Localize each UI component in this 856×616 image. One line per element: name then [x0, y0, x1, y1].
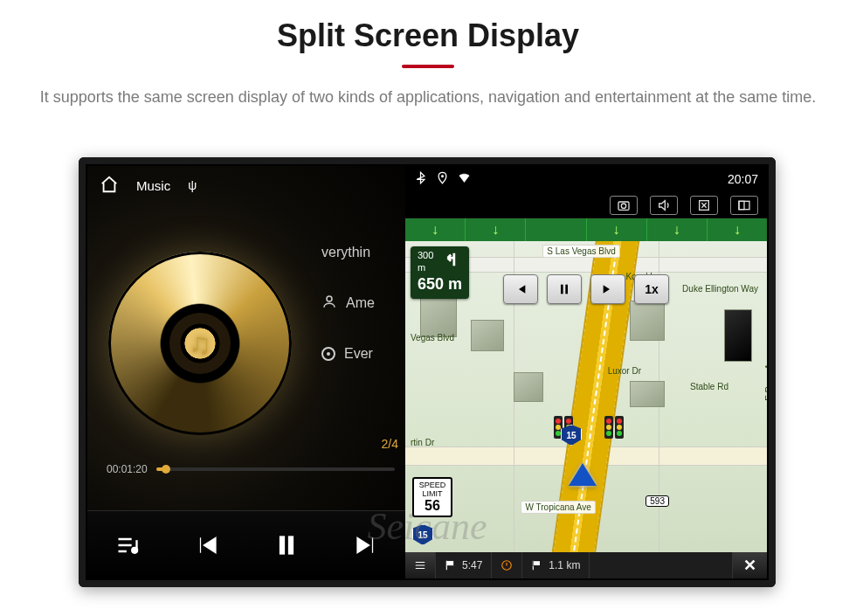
next-track-button[interactable] [344, 523, 388, 567]
music-note-icon: ♫ [189, 327, 211, 361]
disc-icon [321, 347, 335, 361]
simulation-controls: 1x [503, 274, 669, 304]
track-album-row: Ever [321, 346, 375, 362]
svg-rect-2 [280, 536, 284, 554]
wifi-icon [458, 171, 471, 187]
album-art[interactable]: ♫ [108, 252, 292, 435]
nav-eta: 5:47 [462, 559, 482, 571]
progress-knob[interactable] [162, 465, 170, 474]
split-screen-button[interactable] [730, 196, 758, 215]
street-label: S Las Vegas Blvd [542, 245, 619, 258]
track-title: verythin [321, 245, 370, 260]
prev-track-button[interactable] [185, 523, 229, 567]
total-turn-distance: 650 m [418, 274, 462, 294]
turn-left-icon [443, 250, 462, 269]
map-building [724, 309, 752, 362]
traffic-light-icon [615, 416, 624, 439]
svg-rect-9 [739, 201, 744, 209]
street-label: Vegas Blvd [407, 332, 458, 343]
nav-eta-segment[interactable]: 5:47 [436, 552, 492, 578]
speed-limit-sign: SPEED LIMIT 56 [412, 477, 452, 517]
street-label: E Reno Ave [763, 351, 767, 405]
pause-button[interactable] [265, 523, 308, 567]
lane-arrow-icon: ↓ [613, 222, 620, 238]
street-label: rtin Dr [407, 437, 438, 448]
nav-alert-segment[interactable] [492, 552, 522, 578]
head-unit-frame: Music ψ ♫ verythin Ame [79, 157, 776, 587]
title-underline [402, 65, 454, 68]
system-action-bar [405, 192, 767, 218]
split-screen: Music ψ ♫ verythin Ame [87, 166, 767, 578]
map-building [514, 372, 543, 402]
time-elapsed: 00:01:20 [107, 463, 148, 475]
status-time: 20:07 [728, 172, 758, 186]
track-artist-row: Ame [321, 294, 375, 313]
street-label: W Tropicana Ave [521, 501, 595, 514]
page-subtitle: It supports the same screen display of t… [35, 86, 821, 109]
route-number-badge: 593 [645, 495, 669, 507]
map-building [630, 381, 665, 407]
svg-rect-11 [565, 285, 568, 294]
home-icon[interactable] [100, 175, 119, 197]
nav-remaining-distance: 1.1 km [549, 559, 580, 571]
volume-button[interactable] [650, 196, 678, 215]
map-building [471, 320, 504, 351]
nav-remaining-segment[interactable]: 1.1 km [522, 552, 590, 578]
track-counter: 2/4 [382, 437, 398, 451]
track-info-list: verythin Ame Ever [321, 245, 375, 362]
svg-point-6 [621, 204, 625, 208]
sim-prev-button[interactable] [503, 274, 538, 304]
lane-arrow-icon: ↓ [734, 222, 741, 238]
bluetooth-icon [414, 171, 427, 187]
svg-rect-10 [561, 285, 563, 294]
nav-bottom-bar: 5:47 1.1 km ✕ [405, 552, 767, 578]
speed-limit-label: SPEED LIMIT [419, 481, 446, 498]
navigation-app-panel: 20:07 ↓ ↓ ↓ ↓ ↓ 300 m 650 m [405, 166, 767, 578]
music-app-label: Music [136, 178, 170, 193]
svg-rect-12 [446, 561, 453, 566]
track-title-row: verythin [321, 245, 375, 260]
music-controls [87, 510, 405, 578]
street-label: Luxor Dr [604, 365, 645, 377]
street-label: Duke Ellington Way [679, 283, 762, 294]
track-album: Ever [344, 346, 373, 362]
sim-next-button[interactable] [590, 274, 625, 304]
lane-guidance-bar: ↓ ↓ ↓ ↓ ↓ [405, 218, 767, 241]
svg-point-4 [441, 175, 444, 177]
screenshot-button[interactable] [610, 196, 638, 215]
playlist-button[interactable] [106, 523, 149, 567]
track-artist: Ame [346, 295, 375, 311]
close-app-button[interactable] [690, 196, 718, 215]
sim-pause-button[interactable] [547, 274, 582, 304]
person-icon [321, 294, 337, 313]
sim-speed-button[interactable]: 1x [634, 274, 669, 304]
nav-close-button[interactable]: ✕ [732, 552, 767, 578]
speed-limit-value: 56 [414, 498, 451, 514]
android-status-bar: 20:07 [405, 166, 767, 192]
page-title: Split Screen Display [0, 17, 856, 54]
album-center: ♫ [169, 313, 231, 374]
lane-arrow-icon: ↓ [492, 222, 499, 238]
svg-point-0 [327, 296, 332, 301]
music-app-panel: Music ψ ♫ verythin Ame [87, 166, 405, 578]
street-label: Stable Rd [687, 381, 732, 392]
nav-menu-button[interactable] [405, 552, 436, 578]
progress-row: 00:01:20 [107, 463, 395, 475]
interstate-shield: 15 [412, 524, 433, 545]
progress-bar[interactable] [156, 467, 395, 471]
traffic-light-icon [604, 416, 613, 439]
usb-icon[interactable]: ψ [188, 178, 197, 192]
map-building [630, 301, 665, 341]
vehicle-marker-icon [569, 463, 597, 486]
lane-arrow-icon: ↓ [673, 222, 680, 238]
svg-rect-3 [288, 536, 293, 554]
turn-guidance-card[interactable]: 300 m 650 m [411, 246, 469, 299]
location-icon [436, 171, 449, 187]
svg-rect-14 [534, 561, 541, 566]
map-building [420, 294, 457, 337]
music-header: Music ψ [87, 166, 405, 204]
lane-arrow-icon: ↓ [431, 222, 438, 238]
